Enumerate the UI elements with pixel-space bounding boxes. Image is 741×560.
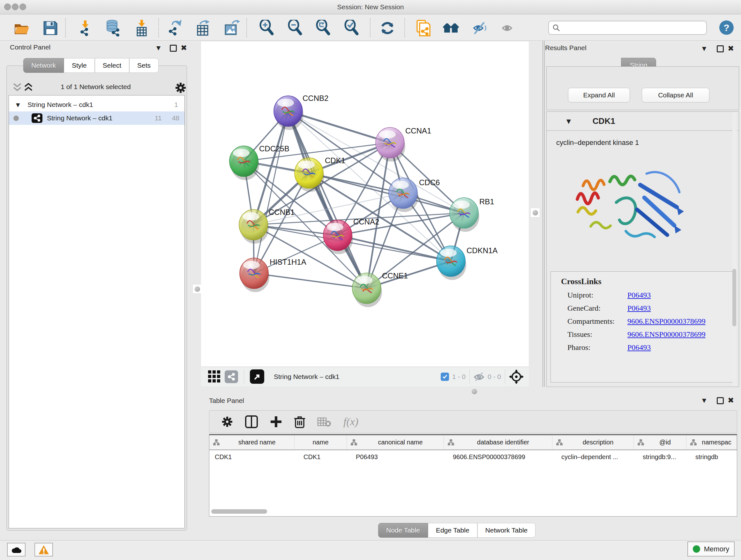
homes-icon[interactable]: [443, 20, 459, 37]
cell-canonical-name[interactable]: P06493: [347, 453, 444, 461]
crosslink-row: Uniprot:P06493: [567, 291, 735, 300]
memory-button[interactable]: Memory: [687, 542, 735, 557]
column-header-description[interactable]: description: [552, 435, 634, 449]
save-session-icon[interactable]: [42, 20, 59, 37]
node-HIST1H1A[interactable]: HIST1H1A: [240, 258, 307, 292]
show-columns-icon[interactable]: [245, 415, 258, 428]
control-panel-minimize-button[interactable]: [170, 45, 177, 52]
search-input: [560, 24, 697, 32]
expand-all-tree-icon[interactable]: [23, 82, 33, 94]
import-network-icon[interactable]: [77, 20, 93, 37]
node-CCNA2[interactable]: CCNA2: [323, 217, 379, 254]
title-bar: Session: New Session: [0, 0, 741, 14]
results-splitter[interactable]: [542, 41, 545, 387]
cloud-button[interactable]: [7, 543, 25, 557]
crosslink-link[interactable]: P06493: [627, 291, 651, 300]
refresh-icon[interactable]: [379, 20, 396, 37]
cell-namespac[interactable]: stringdb: [686, 453, 737, 461]
crosslink-link[interactable]: P06493: [627, 343, 651, 352]
node-table[interactable]: shared namenamecanonical namedatabase id…: [209, 434, 737, 516]
column-header-database-identifier[interactable]: database identifier: [444, 435, 552, 449]
column-header-canonical-name[interactable]: canonical name: [347, 435, 444, 449]
help-button[interactable]: ?: [719, 20, 734, 35]
zoom-selected-icon[interactable]: [344, 20, 361, 37]
add-column-icon[interactable]: [270, 416, 282, 428]
column-header-@id[interactable]: @id: [634, 435, 686, 449]
tab-node-table[interactable]: Node Table: [378, 523, 428, 538]
cell-name[interactable]: CDK1: [294, 453, 347, 461]
collapse-all-tree-icon[interactable]: [12, 82, 22, 94]
gene-collapse-icon[interactable]: ▼: [566, 118, 571, 125]
table-panel-float-button[interactable]: ▼: [702, 397, 706, 403]
table-options-gear-icon[interactable]: [221, 416, 233, 428]
delete-column-icon[interactable]: [294, 415, 305, 428]
search-field[interactable]: [548, 21, 707, 35]
table-horizontal-scrollbar[interactable]: [211, 509, 735, 514]
edge-HIST1H1A-CCNE1[interactable]: [254, 273, 367, 288]
tab-network-table[interactable]: Network Table: [477, 523, 536, 538]
duplicate-network-icon[interactable]: [415, 20, 432, 37]
left-splitter-handle[interactable]: [192, 284, 202, 294]
selected-checkbox-icon[interactable]: [441, 373, 449, 381]
node-CCNE1[interactable]: CCNE1: [352, 271, 408, 307]
collapse-all-button[interactable]: Collapse All: [642, 88, 710, 103]
open-in-window-icon[interactable]: [250, 369, 264, 384]
table-panel-close-button[interactable]: ✖: [728, 396, 734, 405]
show-all-icon[interactable]: [499, 20, 515, 37]
tab-sets[interactable]: Sets: [129, 58, 158, 73]
grid-view-icon[interactable]: [208, 370, 221, 383]
cell-database-identifier[interactable]: 9606.ENSP00000378699: [444, 453, 552, 461]
crosslink-link[interactable]: 9606.ENSP00000378699: [627, 317, 705, 326]
node-CDC25B[interactable]: CDC25B: [229, 144, 289, 180]
export-table-icon[interactable]: [195, 20, 212, 37]
cell-@id[interactable]: stringdb:9...: [634, 453, 686, 461]
tab-select[interactable]: Select: [95, 58, 129, 73]
results-panel-minimize-button[interactable]: [717, 45, 724, 52]
cell-description[interactable]: cyclin–dependent ...: [552, 453, 634, 461]
zoom-in-icon[interactable]: [259, 20, 276, 37]
birds-eye-view-icon[interactable]: [509, 369, 524, 384]
edge-CDK1-RB1[interactable]: [309, 173, 464, 213]
control-panel-close-button[interactable]: ✖: [181, 44, 187, 52]
warnings-button[interactable]: [35, 543, 53, 557]
network-tree: ▼ String Network – cdk1 1 String Network…: [9, 95, 185, 528]
network-share-view-icon[interactable]: [225, 370, 238, 383]
node-CDKN1A[interactable]: CDKN1A: [436, 246, 497, 280]
import-table-icon[interactable]: [133, 20, 150, 37]
network-options-gear-icon[interactable]: [175, 82, 186, 94]
table-panel-minimize-button[interactable]: [717, 397, 724, 404]
tab-edge-table[interactable]: Edge Table: [428, 523, 477, 538]
column-header-name[interactable]: name: [294, 435, 347, 449]
open-session-icon[interactable]: [13, 20, 30, 37]
zoom-fit-icon[interactable]: [316, 20, 333, 37]
node-RB1[interactable]: RB1: [450, 197, 494, 232]
network-canvas[interactable]: CCNB2CCNA1CDC25BCDK1CDC6RB1CCNB1CCNA2CDK…: [201, 42, 529, 367]
network-collection-row[interactable]: ▼ String Network – cdk1 1: [9, 98, 185, 111]
export-image-icon[interactable]: [223, 20, 240, 37]
expand-all-button[interactable]: Expand All: [568, 88, 630, 103]
column-header-namespac[interactable]: namespac: [686, 435, 737, 449]
node-label-CCNB2: CCNB2: [302, 94, 328, 103]
network-row[interactable]: String Network – cdk1 11 48: [9, 111, 185, 125]
import-network-from-database-icon[interactable]: [105, 20, 122, 37]
results-scrollbar[interactable]: [732, 112, 737, 386]
cell-shared-name[interactable]: CDK1: [209, 453, 294, 461]
export-network-icon[interactable]: [166, 20, 183, 37]
gene-section-header[interactable]: ▼ CDK1: [547, 112, 739, 131]
zoom-out-icon[interactable]: [288, 20, 305, 37]
table-row[interactable]: CDK1CDK1P064939606.ENSP00000378699cyclin…: [209, 450, 737, 463]
tab-network[interactable]: Network: [23, 58, 64, 73]
tab-style[interactable]: Style: [64, 58, 95, 73]
results-panel-close-button[interactable]: ✖: [728, 44, 734, 53]
right-splitter-handle[interactable]: [530, 208, 540, 217]
edge-CCNA2-CDKN1A[interactable]: [338, 235, 451, 261]
crosslink-link[interactable]: 9606.ENSP00000378699: [627, 330, 705, 339]
hide-selected-icon[interactable]: [471, 20, 487, 37]
control-panel-float-button[interactable]: ▼: [156, 45, 160, 51]
collection-expand-icon[interactable]: ▼: [16, 102, 20, 108]
table-splitter-handle[interactable]: [472, 389, 477, 394]
results-panel-float-button[interactable]: ▼: [702, 45, 706, 52]
column-header-shared-name[interactable]: shared name: [209, 435, 294, 449]
crosslink-link[interactable]: P06493: [627, 304, 651, 313]
node-CCNB2[interactable]: CCNB2: [274, 94, 328, 130]
